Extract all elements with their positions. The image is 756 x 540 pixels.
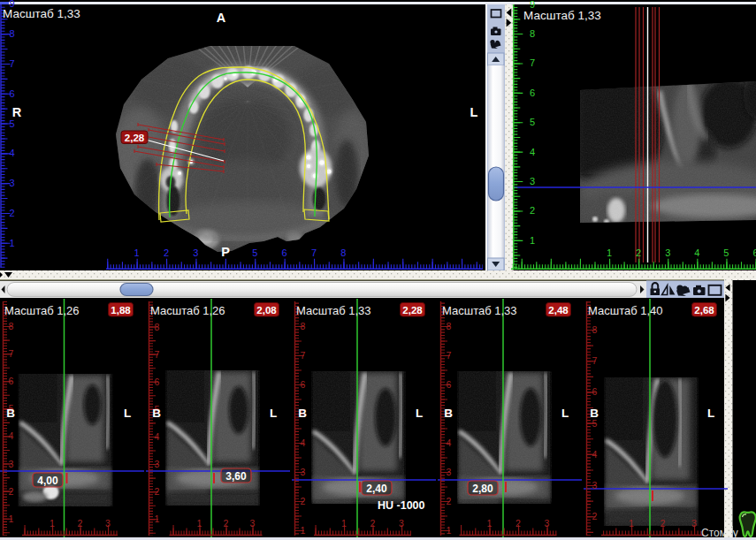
svg-text:8: 8	[592, 324, 598, 335]
svg-text:6: 6	[592, 386, 598, 397]
svg-text:2,28: 2,28	[125, 133, 145, 143]
svg-text:3: 3	[155, 459, 160, 469]
svg-text:Масштаб 1,33: Масштаб 1,33	[442, 304, 517, 317]
svg-text:7: 7	[530, 57, 535, 68]
svg-text:3: 3	[10, 178, 15, 188]
svg-text:2: 2	[224, 518, 229, 529]
svg-text:3: 3	[301, 467, 306, 477]
svg-text:1: 1	[629, 518, 634, 529]
svg-text:3: 3	[691, 518, 697, 529]
svg-text:1: 1	[10, 238, 15, 248]
svg-text:4: 4	[10, 148, 15, 158]
svg-text:1: 1	[134, 247, 140, 258]
svg-text:2: 2	[530, 205, 535, 216]
svg-text:B: B	[152, 407, 161, 420]
svg-text:L: L	[470, 105, 478, 119]
svg-text:6: 6	[10, 88, 15, 99]
svg-text:3: 3	[530, 176, 535, 186]
svg-text:2,40: 2,40	[366, 483, 387, 495]
svg-text:2: 2	[9, 486, 14, 497]
svg-text:HU -1000: HU -1000	[378, 499, 425, 512]
svg-text:6: 6	[282, 247, 287, 258]
svg-text:1: 1	[9, 513, 14, 524]
svg-text:7: 7	[447, 350, 452, 361]
svg-text:L: L	[124, 407, 131, 420]
svg-text:2: 2	[447, 496, 452, 506]
svg-text:1: 1	[447, 525, 452, 536]
svg-text:5: 5	[530, 117, 535, 127]
svg-text:Масштаб 1,26: Масштаб 1,26	[4, 304, 80, 317]
svg-text:2: 2	[515, 518, 521, 529]
svg-text:3: 3	[665, 247, 670, 258]
svg-text:1: 1	[607, 247, 612, 258]
svg-text:Масштаб 1,33: Масштаб 1,33	[296, 304, 371, 317]
svg-text:B: B	[444, 407, 453, 420]
svg-text:9: 9	[530, 0, 535, 10]
svg-text:2: 2	[636, 247, 641, 258]
svg-text:2: 2	[370, 518, 376, 529]
svg-text:A: A	[217, 11, 226, 25]
svg-text:5: 5	[10, 118, 15, 129]
svg-text:2: 2	[301, 496, 306, 506]
svg-text:Масштаб 1,40: Масштаб 1,40	[588, 304, 663, 317]
svg-text:3: 3	[447, 467, 452, 477]
svg-text:Масштаб 1,33: Масштаб 1,33	[523, 9, 601, 22]
svg-text:8: 8	[340, 247, 346, 258]
svg-text:L: L	[416, 407, 423, 420]
svg-text:B: B	[590, 407, 599, 420]
svg-text:1: 1	[487, 518, 493, 529]
svg-text:2: 2	[164, 247, 169, 258]
svg-text:2,68: 2,68	[694, 305, 714, 316]
svg-text:4: 4	[301, 437, 306, 448]
svg-text:2: 2	[661, 518, 666, 529]
svg-text:8: 8	[301, 321, 306, 331]
svg-text:2: 2	[78, 518, 83, 529]
svg-text:3: 3	[250, 518, 256, 529]
svg-text:3: 3	[9, 459, 14, 469]
svg-text:Масштаб 1,26: Масштаб 1,26	[150, 304, 225, 317]
svg-text:1: 1	[155, 513, 160, 524]
svg-text:6: 6	[155, 376, 160, 387]
svg-text:2,28: 2,28	[402, 305, 423, 316]
svg-text:2: 2	[10, 208, 15, 218]
svg-text:7: 7	[155, 349, 160, 360]
svg-text:4: 4	[592, 449, 598, 460]
svg-text:1: 1	[197, 518, 202, 529]
svg-text:3: 3	[399, 518, 404, 529]
svg-text:1,88: 1,88	[111, 305, 131, 316]
svg-text:2,08: 2,08	[256, 305, 277, 316]
svg-text:2,80: 2,80	[472, 483, 493, 495]
svg-text:3: 3	[105, 518, 111, 529]
svg-text:8: 8	[447, 321, 452, 331]
svg-text:4: 4	[9, 430, 14, 441]
svg-text:6: 6	[301, 379, 306, 390]
svg-text:B: B	[298, 407, 307, 420]
svg-text:R: R	[12, 105, 22, 119]
svg-text:L: L	[270, 407, 277, 420]
svg-text:L: L	[707, 407, 714, 420]
svg-text:6: 6	[752, 247, 756, 258]
svg-text:8: 8	[10, 28, 15, 39]
svg-text:4: 4	[447, 437, 452, 448]
svg-text:2: 2	[155, 486, 160, 497]
svg-text:4: 4	[155, 431, 160, 442]
svg-text:8: 8	[9, 321, 14, 331]
svg-text:3: 3	[545, 518, 550, 529]
svg-text:7: 7	[592, 355, 598, 366]
svg-text:6: 6	[9, 376, 14, 386]
svg-text:2,48: 2,48	[548, 305, 569, 316]
svg-text:1: 1	[301, 525, 306, 536]
svg-text:3,60: 3,60	[225, 470, 247, 483]
svg-text:1: 1	[530, 235, 535, 246]
svg-text:1: 1	[50, 518, 55, 529]
svg-text:4: 4	[530, 147, 535, 157]
svg-text:7: 7	[10, 58, 15, 69]
svg-text:6: 6	[530, 87, 535, 98]
svg-text:4: 4	[694, 247, 699, 258]
svg-text:3: 3	[592, 480, 598, 491]
svg-text:3: 3	[193, 247, 198, 258]
svg-text:5: 5	[723, 247, 729, 258]
svg-text:7: 7	[9, 348, 14, 359]
svg-text:Масштаб 1,33: Масштаб 1,33	[3, 7, 80, 20]
svg-text:7: 7	[301, 350, 306, 361]
